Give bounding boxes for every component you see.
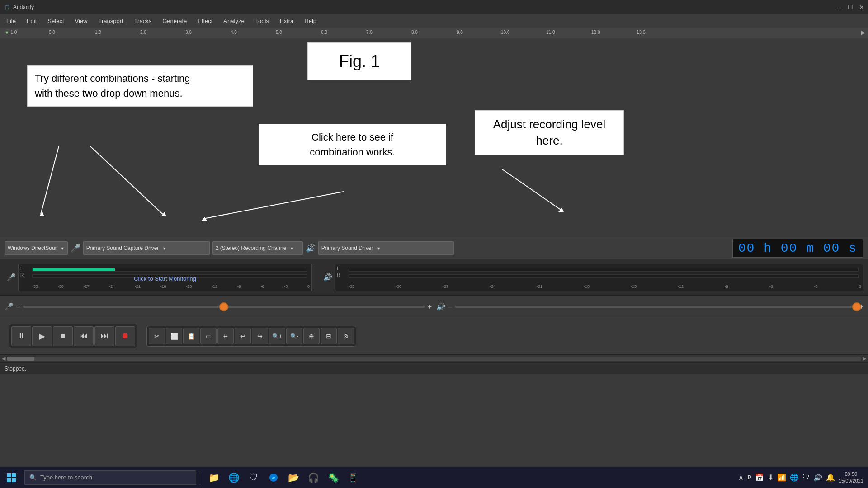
redo-button[interactable]: ↪ [252,328,268,344]
menu-file[interactable]: File [2,16,20,26]
menu-effect[interactable]: Effect [193,16,217,26]
ruler-tick-10: 10.0 [501,30,509,35]
close-button[interactable]: ✕ [859,4,864,11]
taskbar-app-audacity[interactable]: 🎧 [303,468,323,488]
zoom-sel-button[interactable]: ⊕ [303,328,320,344]
playback-vol-icon: 🔊 [436,302,445,311]
taskbar-search[interactable]: 🔍 Type here to search [24,470,196,485]
playback-vol-track[interactable] [455,306,857,308]
menu-tools[interactable]: Tools [251,16,274,26]
copy-button[interactable]: ⬜ [166,328,182,344]
svg-line-0 [41,146,59,214]
zoom-in-button[interactable]: 🔍+ [269,328,285,344]
app-icon: 🎵 [4,4,10,10]
ruler-tick-5: 5.0 [276,30,282,35]
menu-analyze[interactable]: Analyze [219,16,249,26]
start-button[interactable] [0,467,23,488]
mic-gain-thumb[interactable] [219,302,228,311]
zoom-fit-button[interactable]: ⊟ [321,328,337,344]
tray-volume-icon[interactable]: 🔊 [813,473,822,482]
mic-gain-plus[interactable]: + [428,303,432,311]
mic-gain-group: 🎤 – + [5,302,432,311]
stop-button[interactable]: ■ [53,326,73,346]
scrollbar-track[interactable] [7,357,861,361]
ruler-tick-3: 3.0 [185,30,192,35]
taskbar-app-shield[interactable]: 🛡 [244,468,264,488]
ruler-tick-0: 0.0 [49,30,55,35]
taskbar-app-misc2[interactable]: 📱 [343,468,363,488]
vu-click-monitoring[interactable]: Click to Start Monitoring [134,275,196,282]
vu-meter-input[interactable]: L R Click to Start Monitoring -33-30-27-… [18,264,312,291]
menu-help[interactable]: Help [300,16,321,26]
vu-meter-output: L R -33-30-27-24-21-18-15-12-9-6-30 [335,264,863,291]
mic-icon: 🎤 [71,243,80,253]
mic-gain-track[interactable] [23,306,425,308]
taskbar-app-browser[interactable]: 🌐 [224,468,244,488]
cut-button[interactable]: ✂ [149,328,165,344]
skip-back-button[interactable]: ⏮ [74,326,94,346]
vu-bar-l [32,268,307,272]
playback-vol-minus[interactable]: – [448,303,452,311]
output-dropdown[interactable]: Primary Sound Driver [318,241,454,255]
split-button[interactable]: ⧺ [217,328,234,344]
ruler-tick-11: 11.0 [546,30,555,35]
menu-extra[interactable]: Extra [275,16,298,26]
scroll-left-arrow[interactable]: ◀ [2,356,5,361]
titlebar-left: 🎵 Audacity [4,4,34,10]
vu-area: 🎤 L R Click to Start Monitoring -33-30-2… [0,259,868,296]
tray-chevron-icon[interactable]: ∧ [738,473,744,482]
mic-gain-minus[interactable]: – [16,303,20,311]
svg-rect-11 [12,473,16,477]
zoom-reset-button[interactable]: ⊗ [338,328,354,344]
taskbar-app-explorer[interactable]: 📁 [204,468,224,488]
maximize-button[interactable]: ☐ [848,4,854,11]
ruler-scroll-right[interactable]: ▶ [861,29,865,36]
horizontal-scrollbar[interactable]: ◀ ▶ [0,354,868,362]
playback-vol-group: 🔊 – + [436,302,863,311]
menu-transport[interactable]: Transport [94,16,127,26]
pause-button[interactable]: ⏸ [11,326,31,346]
ruler-tick-6: 6.0 [321,30,327,35]
ruler-tick-13: 13.0 [637,30,645,35]
skip-fwd-button[interactable]: ⏭ [94,326,114,346]
output-value: Primary Sound Driver [321,245,373,251]
menu-tracks[interactable]: Tracks [130,16,156,26]
taskbar-app-edge[interactable] [264,468,283,488]
scrollbar-thumb[interactable] [7,357,34,361]
ruler-tick-8: 8.0 [411,30,418,35]
taskbar-app-folder[interactable]: 📂 [283,468,303,488]
click-hint-box: Click here to see ifcombination works. [259,124,446,165]
menu-select[interactable]: Select [43,16,68,26]
ruler-tick-12: 12.0 [591,30,600,35]
silence-button[interactable]: ▭ [200,328,217,344]
menu-view[interactable]: View [71,16,92,26]
paste-button[interactable]: 📋 [183,328,199,344]
minimize-button[interactable]: — [836,4,842,11]
tray-calendar-icon: 📅 [755,473,764,482]
zoom-out-button[interactable]: 🔍- [286,328,302,344]
sliders-area: 🎤 – + 🔊 – + [0,296,868,318]
ruler-tick-4: 4.0 [231,30,237,35]
mic-dropdown[interactable]: Primary Sound Capture Driver [83,241,210,255]
svg-marker-7 [558,208,564,212]
undo-button[interactable]: ↩ [235,328,251,344]
main-area: Fig. 1 Try different combinations - star… [0,38,868,237]
play-button[interactable]: ▶ [32,326,52,346]
tray-notification-icon[interactable]: 🔔 [826,473,835,482]
svg-line-6 [502,169,561,210]
record-button[interactable]: ⏺ [115,326,135,346]
scroll-right-arrow[interactable]: ▶ [863,356,866,361]
combo-hint-box: Try different combinations - startingwit… [27,65,253,107]
clock[interactable]: 09:50 15/09/2021 [839,471,863,484]
menu-generate[interactable]: Generate [158,16,191,26]
host-value: Windows DirectSour [8,245,57,251]
titlebar-controls: — ☐ ✕ [836,4,864,11]
timer-value: 00 h 00 m 00 s [738,241,857,255]
menu-edit[interactable]: Edit [22,16,41,26]
channels-dropdown[interactable]: 2 (Stereo) Recording Channe [212,241,303,255]
host-dropdown[interactable]: Windows DirectSour [5,241,68,255]
playback-vol-thumb[interactable] [852,302,861,311]
fig1-label: Fig. 1 [307,42,411,80]
tray-arrow-icon: ⬇ [768,473,774,482]
taskbar-app-misc1[interactable]: 🦠 [323,468,343,488]
